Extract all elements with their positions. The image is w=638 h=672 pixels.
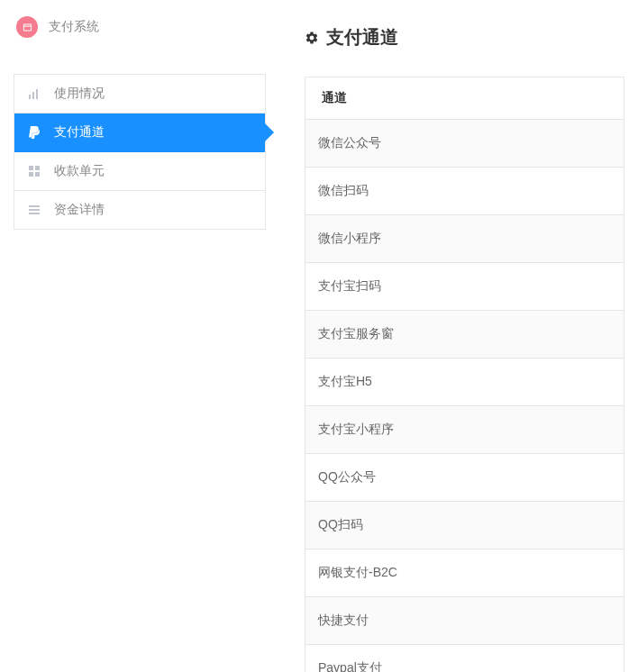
paypal-icon xyxy=(28,126,41,139)
grid-icon xyxy=(28,165,41,177)
sidebar: 支付系统 使用情况 支付通道 收款单元 资金详情 xyxy=(0,0,279,672)
bar-chart-icon xyxy=(28,87,41,100)
svg-rect-2 xyxy=(29,95,31,99)
nav-item-units[interactable]: 收款单元 xyxy=(14,152,265,191)
table-row[interactable]: QQ扫码 xyxy=(305,502,624,549)
channels-table: 通道 微信公众号微信扫码微信小程序支付宝扫码支付宝服务窗支付宝H5支付宝小程序Q… xyxy=(305,77,624,672)
table-row[interactable]: 支付宝服务窗 xyxy=(305,311,624,359)
nav-item-funds[interactable]: 资金详情 xyxy=(14,191,265,229)
svg-rect-3 xyxy=(32,92,34,99)
table-row[interactable]: 支付宝H5 xyxy=(305,359,624,406)
app-icon xyxy=(16,16,38,38)
nav-label: 使用情况 xyxy=(54,86,105,102)
svg-rect-9 xyxy=(29,205,40,207)
svg-rect-4 xyxy=(36,89,38,99)
app-title: 支付系统 xyxy=(49,19,99,35)
nav-item-channels[interactable]: 支付通道 xyxy=(14,114,265,152)
table-row[interactable]: 支付宝扫码 xyxy=(305,263,624,311)
sidebar-header: 支付系统 xyxy=(16,16,266,38)
svg-rect-5 xyxy=(29,166,33,170)
svg-rect-6 xyxy=(35,166,40,170)
nav-label: 收款单元 xyxy=(54,163,105,179)
main-content: 支付通道 通道 微信公众号微信扫码微信小程序支付宝扫码支付宝服务窗支付宝H5支付… xyxy=(279,0,638,672)
page-title: 支付通道 xyxy=(326,25,398,50)
table-row[interactable]: Paypal支付 xyxy=(305,645,624,672)
table-row[interactable]: 微信公众号 xyxy=(305,120,624,168)
svg-rect-10 xyxy=(29,209,40,211)
table-row[interactable]: QQ公众号 xyxy=(305,454,624,502)
svg-rect-11 xyxy=(29,213,40,214)
table-row[interactable]: 微信小程序 xyxy=(305,215,624,263)
table-row[interactable]: 快捷支付 xyxy=(305,597,624,645)
page-header: 支付通道 xyxy=(305,25,624,50)
list-icon xyxy=(28,204,41,216)
nav-label: 支付通道 xyxy=(54,124,105,141)
table-header: 通道 xyxy=(305,77,624,120)
svg-rect-0 xyxy=(23,24,31,31)
nav-label: 资金详情 xyxy=(54,202,105,218)
table-row[interactable]: 网银支付-B2C xyxy=(305,549,624,597)
nav-list: 使用情况 支付通道 收款单元 资金详情 xyxy=(14,74,266,230)
table-row[interactable]: 微信扫码 xyxy=(305,168,624,215)
nav-item-usage[interactable]: 使用情况 xyxy=(14,75,265,114)
table-row[interactable]: 支付宝小程序 xyxy=(305,406,624,454)
svg-rect-8 xyxy=(35,172,40,177)
gear-icon xyxy=(305,31,319,45)
svg-rect-7 xyxy=(29,172,33,177)
